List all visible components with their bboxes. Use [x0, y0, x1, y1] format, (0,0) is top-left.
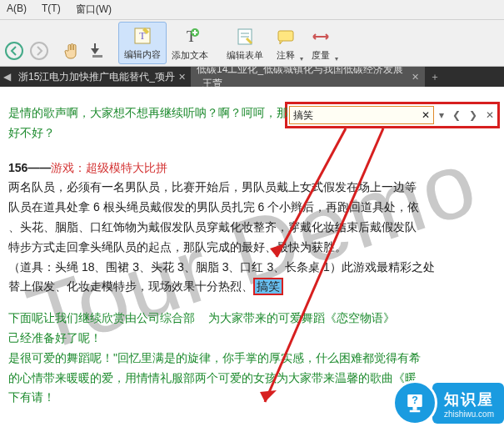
doc-tab-2[interactable]: 低碳14工业化_低碳城镇化与我国低碳经济发展_王萱 ✕: [192, 67, 425, 87]
badge-title: 知识屋: [444, 389, 494, 409]
svg-text:?: ?: [412, 394, 418, 406]
site-badge: ? 知识屋 zhishiwu.com: [392, 380, 504, 425]
text: 两名队员，必须有一名男队员，比赛开始后，男队员戴上女式假发在场上一边等: [8, 180, 417, 193]
doc-tab-1[interactable]: 浙15江电力加快推广电能替代_项丹 ✕: [13, 67, 192, 87]
edit-form-icon: [234, 26, 256, 48]
text: 己经准备好了呢！: [8, 331, 102, 344]
add-text-button[interactable]: T 添加文本: [167, 23, 213, 64]
measure-button[interactable]: 度量 ▾: [303, 23, 338, 64]
add-text-icon: T: [179, 26, 201, 48]
menu-typewriter[interactable]: T(T): [38, 2, 64, 18]
back-button[interactable]: [2, 38, 27, 64]
text: 游戏：超级模特大比拼: [51, 161, 167, 174]
text: 下有请！: [8, 390, 55, 404]
close-icon[interactable]: ✕: [412, 72, 419, 83]
select-icon: [87, 40, 108, 62]
text: 特步方式走回拿头绳队员的起点，那队完成的最好、最快为获胜。: [8, 240, 347, 254]
text: 替上假发、化妆走模特步，现场效果十分热烈、: [8, 279, 253, 293]
measure-label: 度量: [312, 49, 330, 62]
close-icon[interactable]: ✕: [178, 72, 186, 83]
text: 好不好？: [8, 126, 55, 139]
text: 下面呢让我们继续欣赏由公司综合部: [8, 311, 195, 324]
annotate-icon: [275, 26, 297, 48]
menu-bar: A(B) T(T) 窗口(W): [0, 0, 504, 20]
select-tool[interactable]: [85, 38, 110, 64]
forward-button[interactable]: [27, 38, 52, 64]
svg-rect-10: [278, 31, 293, 41]
edit-content-icon: T: [132, 25, 153, 47]
annotate-label: 注释: [277, 49, 295, 62]
edit-content-button[interactable]: T 编辑内容: [118, 22, 167, 64]
add-text-label: 添加文本: [172, 49, 208, 62]
tab-scroll-left[interactable]: ◀: [0, 71, 13, 83]
hand-icon: [62, 40, 83, 62]
forward-icon: [28, 40, 50, 62]
svg-rect-2: [92, 55, 102, 58]
menu-forms[interactable]: A(B): [3, 2, 30, 18]
edit-form-label: 编辑表单: [227, 49, 263, 62]
text: 、头花、胭脂、口红饰物为戴假发队员穿戴化妆整齐，穿戴化妆结束后戴假发队: [8, 220, 417, 234]
tab-label: 低碳14工业化_低碳城镇化与我国低碳经济发展_王萱: [197, 67, 408, 87]
menu-window[interactable]: 窗口(W): [72, 2, 115, 18]
text: 为大家带来的可爱舞蹈《恋空物语》: [208, 311, 395, 324]
tab-label: 浙15江电力加快推广电能替代_项丹: [18, 70, 175, 84]
svg-rect-17: [410, 410, 421, 413]
hand-tool[interactable]: [60, 38, 85, 64]
document-view: Tour Demo 是情的歌声啊，大家想不想再继续听呐？啊？呵呵，那 好不好？ …: [0, 87, 504, 409]
text: 是情的歌声啊，大家想不想再继续听呐？啊？呵呵，那: [8, 106, 288, 119]
text: 是很可爱的舞蹈呢！"回忆里满是的旋律，你手掌的厚实感，什么困难都觉得有希: [8, 351, 421, 364]
edit-content-label: 编辑内容: [124, 48, 161, 61]
badge-url: zhishiwu.com: [444, 409, 494, 419]
document-tab-bar: ◀ 浙15江电力加快推广电能替代_项丹 ✕ 低碳14工业化_低碳城镇化与我国低碳…: [0, 67, 504, 87]
annotate-button[interactable]: 注释 ▾: [268, 23, 303, 64]
back-icon: [3, 40, 25, 62]
edit-form-button[interactable]: 编辑表单: [222, 23, 268, 64]
badge-icon: ?: [392, 380, 437, 425]
text: 的心情带来暖暖的爱，用情情礼服部两个可爱的女孩为大家带来温馨的歌曲《暖: [8, 371, 417, 384]
svg-point-1: [31, 43, 47, 59]
search-hit-current: 搞笑: [253, 278, 283, 295]
toolbar: T 编辑内容 T 添加文本 编辑表单 注释 ▾ 度量 ▾: [0, 20, 504, 67]
text: （道具：头绳 18、围裙 3、头花 3、胭脂 3、口红 3、长条桌 1）此游戏最…: [8, 260, 435, 274]
text: 队员在道具处拿 6 根头绳员戴假发的男队员扎完 6 个小辫后，再跑回道具处，依: [8, 200, 419, 213]
text: 156——: [8, 161, 51, 174]
measure-icon: [310, 26, 332, 48]
tab-add-button[interactable]: ＋: [425, 70, 445, 84]
svg-point-0: [6, 43, 22, 59]
svg-rect-16: [412, 407, 417, 410]
